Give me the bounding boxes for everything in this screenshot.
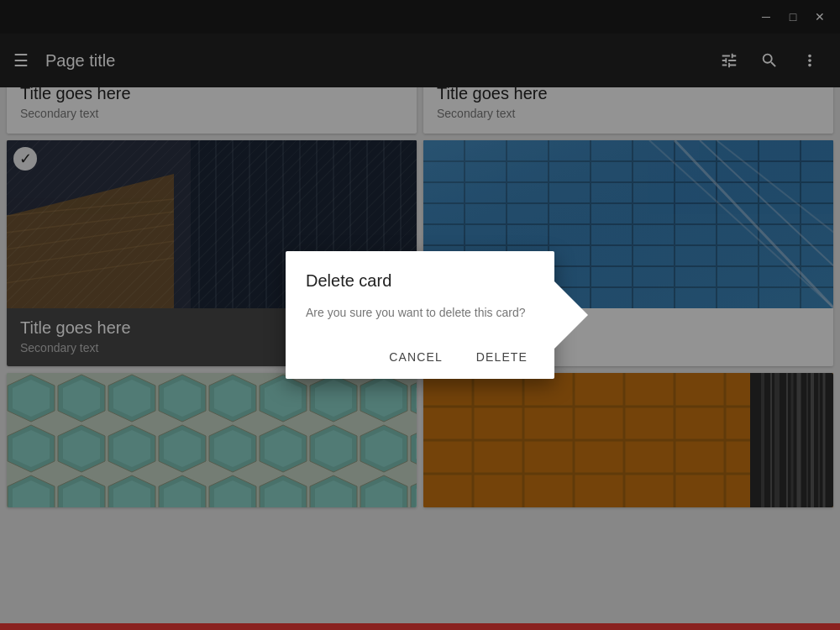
dialog-body: Are you sure you want to delete this car… [306,304,534,322]
cancel-button[interactable]: CANCEL [375,342,456,372]
dialog-actions: CANCEL DELETE [299,342,541,372]
dialog-title: Delete card [306,271,534,291]
dialog-overlay: Delete card Are you sure you want to del… [0,0,840,630]
delete-button[interactable]: DELETE [463,342,541,372]
delete-dialog: Delete card Are you sure you want to del… [286,251,554,379]
